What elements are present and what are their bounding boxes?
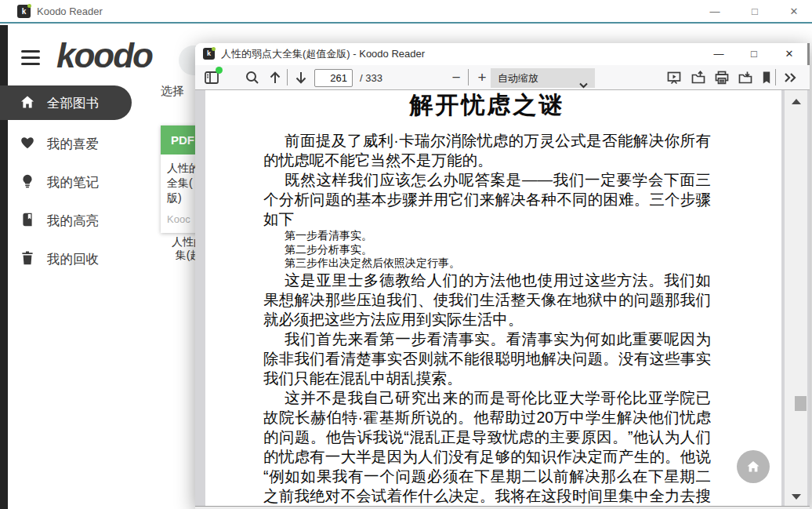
scroll-down-icon[interactable] — [792, 494, 801, 500]
steps-list: 第一步看清事实。 第二步分析事实。 第三步作出决定然后依照决定行事。 — [285, 229, 711, 271]
home-icon — [20, 94, 35, 110]
sidebar-item-highlights[interactable]: 我的高亮 — [0, 203, 157, 238]
toolbar-divider — [775, 69, 776, 85]
main-titlebar: k Koodo Reader — □ ✕ — [0, 0, 812, 24]
lightbulb-icon — [20, 173, 35, 189]
sidebar-item-label: 我的高亮 — [47, 203, 99, 238]
sidebar-item-label: 我的回收 — [47, 242, 99, 276]
viewer-window-title: 人性的弱点大全集(超值金版) - Koodo Reader — [221, 43, 425, 65]
back-home-button[interactable] — [737, 450, 770, 483]
viewer-titlebar: k 人性的弱点大全集(超值金版) - Koodo Reader — □ ✕ — [195, 43, 807, 65]
pdf-content-area: 解开忧虑之谜 前面提及了威利·卡瑞尔消除忧虑的万灵公式是否能解决你所有的忧虑呢不… — [195, 90, 810, 506]
sidebar-item-notes[interactable]: 我的笔记 — [0, 165, 157, 199]
main-maximize-button[interactable]: □ — [741, 0, 768, 23]
step-line: 第一步看清事实。 — [285, 229, 711, 243]
hamburger-menu-icon[interactable] — [21, 50, 40, 65]
status-dot — [216, 67, 223, 74]
paragraph: 这是亚里士多德教给人们的方法他也使用过这些方法。我们如果想解决那些压迫我们、使我… — [263, 271, 711, 329]
toolbar-divider — [287, 69, 288, 85]
zoom-mode-value: 自动缩放 — [498, 72, 538, 84]
viewer-minimize-button[interactable]: — — [707, 43, 730, 65]
zoom-mode-select[interactable]: 自动缩放 — [491, 68, 595, 88]
scrollbar-thumb[interactable] — [795, 396, 807, 411]
vertical-scrollbar[interactable] — [785, 90, 807, 506]
paragraph: 我们首先来看第一步看清事实。看清事实为何如此重要呢因为除非我们看清楚事实否则就不… — [263, 329, 711, 388]
sidebar-item-label: 我的喜爱 — [47, 126, 99, 161]
more-tools-icon[interactable] — [781, 69, 799, 86]
main-minimize-button[interactable]: — — [701, 0, 728, 23]
viewer-close-button[interactable]: ✕ — [778, 43, 801, 65]
search-icon[interactable] — [244, 69, 261, 86]
next-page-icon[interactable] — [292, 69, 310, 86]
scroll-up-icon[interactable] — [792, 99, 801, 104]
horizontal-scrollbar[interactable] — [195, 506, 810, 509]
zoom-out-icon[interactable]: − — [448, 69, 465, 86]
pdf-viewer-window: k 人性的弱点大全集(超值金版) - Koodo Reader — □ ✕ / … — [195, 43, 810, 509]
viewer-toolbar: / 333 − + 自动缩放 — [195, 65, 810, 90]
open-file-icon[interactable] — [690, 69, 707, 86]
paragraph: 前面提及了威利·卡瑞尔消除忧虑的万灵公式是否能解决你所有的忧虑呢不能它当然不是万… — [263, 131, 711, 170]
sidebar-item-trash[interactable]: 我的回收 — [0, 242, 157, 276]
page-number-input[interactable] — [314, 69, 353, 87]
chapter-heading: 解开忧虑之谜 — [263, 92, 711, 118]
print-icon[interactable] — [713, 69, 730, 86]
highlight-book-icon — [20, 212, 35, 227]
pdf-page: 解开忧虑之谜 前面提及了威利·卡瑞尔消除忧虑的万灵公式是否能解决你所有的忧虑呢不… — [205, 90, 781, 506]
main-window-title: Koodo Reader — [37, 0, 103, 23]
main-close-button[interactable]: ✕ — [781, 0, 807, 23]
sidebar-toggle-icon[interactable] — [203, 69, 220, 86]
step-line: 第三步作出决定然后依照决定行事。 — [285, 256, 711, 271]
sidebar-item-all-books[interactable]: 全部图书 — [0, 85, 132, 120]
select-button[interactable]: 选择 — [161, 84, 184, 99]
trash-icon — [20, 250, 35, 266]
home-icon — [737, 459, 770, 474]
presentation-mode-icon[interactable] — [665, 69, 683, 86]
sidebar-item-label: 全部图书 — [47, 85, 99, 120]
previous-page-icon[interactable] — [266, 69, 284, 86]
heart-icon — [20, 135, 35, 151]
bookmark-icon[interactable] — [758, 69, 775, 86]
sidebar-item-label: 我的笔记 — [47, 165, 99, 199]
toolbar-divider — [468, 69, 469, 85]
paragraph: 这并不是我自己研究出来的而是哥伦比亚大学哥伦比亚学院已故院长赫伯特·霍基斯所说的… — [263, 388, 711, 507]
step-line: 第二步分析事实。 — [285, 243, 711, 257]
paragraph: 既然这样我们应该怎么办呢答案是——我们一定要学会下面三个分析问题的基本步骤并用它… — [263, 170, 711, 229]
koodo-app-icon: k — [203, 48, 215, 60]
zoom-in-icon[interactable]: + — [473, 69, 491, 86]
download-icon[interactable] — [737, 69, 754, 86]
sidebar-item-favorites[interactable]: 我的喜爱 — [0, 126, 157, 161]
koodo-reader-app: k Koodo Reader — □ ✕ koodo 全部图书 我的喜爱 我的笔… — [0, 0, 812, 509]
koodo-logo: koodo — [56, 36, 152, 75]
koodo-app-icon: k — [17, 5, 31, 18]
page-total-label: / 333 — [360, 65, 382, 91]
book-card-meta: Kooc — [167, 213, 190, 225]
viewer-maximize-button[interactable]: □ — [742, 43, 766, 65]
